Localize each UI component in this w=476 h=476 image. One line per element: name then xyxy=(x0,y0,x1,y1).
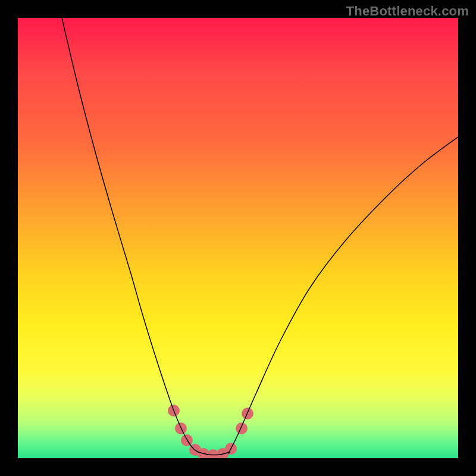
pink-dots-group xyxy=(168,405,253,458)
bottleneck-curve-svg xyxy=(18,18,458,458)
highlight-dot xyxy=(236,422,248,434)
watermark-text: TheBottleneck.com xyxy=(346,4,469,19)
plot-area xyxy=(18,18,458,458)
chart-frame: TheBottleneck.com xyxy=(0,0,476,476)
highlight-dot xyxy=(181,434,193,446)
bottleneck-curve xyxy=(62,18,458,455)
